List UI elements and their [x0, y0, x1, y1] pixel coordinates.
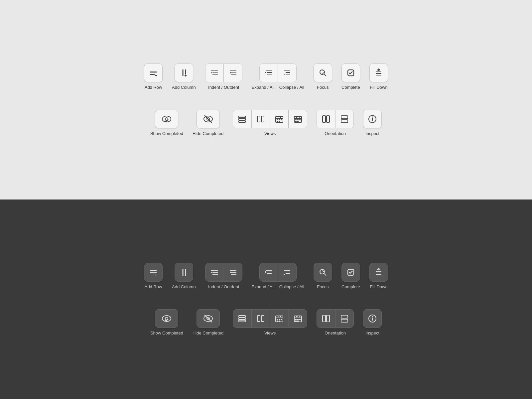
dark-focus-group: Focus [314, 263, 332, 289]
add-column-label: Add Column [172, 85, 196, 90]
add-column-button[interactable] [175, 64, 193, 82]
add-column-icon-btn[interactable] [175, 64, 193, 82]
views-button[interactable]: Y M [233, 110, 307, 128]
svg-rect-128 [279, 321, 280, 322]
svg-rect-142 [341, 319, 348, 322]
dark-indent-outdent-button[interactable] [205, 263, 242, 282]
indent-outdent-button[interactable] [205, 64, 242, 82]
indent-icon-btn[interactable] [205, 64, 224, 82]
dark-inspect-icon-btn[interactable] [363, 309, 382, 328]
dark-fill-down-button[interactable] [369, 263, 388, 282]
dark-focus-icon-btn[interactable] [314, 263, 332, 282]
dark-views-label: Views [264, 331, 276, 335]
svg-rect-41 [239, 116, 245, 118]
show-completed-icon-btn[interactable] [155, 110, 178, 128]
dark-add-column-icon-btn[interactable] [175, 263, 193, 282]
svg-rect-61 [295, 119, 297, 120]
expand-collapse-button[interactable] [259, 64, 297, 82]
svg-rect-43 [239, 121, 245, 122]
fill-down-icon-btn[interactable] [369, 64, 388, 82]
add-row-label: Add Row [145, 85, 162, 90]
hide-completed-icon-btn[interactable] [197, 110, 220, 128]
svg-rect-66 [323, 116, 326, 122]
svg-rect-140 [327, 315, 330, 322]
dark-year-calendar-icon-btn[interactable]: Y [270, 309, 289, 328]
dark-outdent-icon-btn[interactable] [224, 263, 242, 282]
dark-month-calendar-icon-btn[interactable]: M [289, 309, 307, 328]
fill-down-button[interactable] [369, 64, 388, 82]
svg-text:M: M [296, 315, 298, 317]
dark-complete-icon-btn[interactable] [341, 263, 360, 282]
dark-expand-all-icon-btn[interactable] [259, 263, 278, 282]
dark-add-column-button[interactable] [175, 263, 193, 282]
inspect-icon-btn[interactable] [363, 110, 382, 128]
dark-expand-collapse-group: Expand / All Collapse / All [252, 263, 304, 289]
dark-inspect-button[interactable] [363, 309, 382, 328]
dark-add-row-button[interactable] [144, 263, 163, 282]
dark-hide-completed-group: Hide Completed [193, 309, 223, 335]
svg-line-99 [324, 273, 326, 276]
svg-text:Y: Y [278, 116, 279, 118]
svg-rect-65 [297, 121, 299, 122]
dark-card-view-icon-btn[interactable] [251, 309, 270, 328]
complete-icon-btn[interactable] [341, 64, 360, 82]
dark-orientation-vertical-icon-btn[interactable] [317, 309, 335, 328]
list-view-icon-btn[interactable] [233, 110, 251, 128]
dark-indent-outdent-label: Indent / Outdent [208, 284, 239, 289]
expand-all-icon-btn[interactable] [259, 64, 278, 82]
dark-orientation-button[interactable] [317, 309, 354, 328]
orientation-button[interactable] [317, 110, 354, 128]
dark-show-completed-group: Show Completed [150, 309, 183, 335]
dark-collapse-all-icon-btn[interactable] [278, 263, 297, 282]
dark-views-button[interactable]: Y M [233, 309, 307, 328]
dark-hide-completed-label: Hide Completed [193, 331, 223, 335]
dark-fill-down-icon-btn[interactable] [369, 263, 388, 282]
svg-rect-69 [341, 120, 348, 123]
dark-inspect-label: Inspect [365, 331, 379, 335]
dark-focus-button[interactable] [314, 263, 332, 282]
orientation-horizontal-icon-btn[interactable] [335, 110, 354, 128]
year-calendar-icon-btn[interactable]: Y [270, 110, 289, 128]
light-row-1: Add Row Add Column [144, 64, 388, 90]
svg-rect-127 [277, 321, 278, 322]
svg-rect-51 [277, 119, 278, 120]
orientation-label: Orientation [325, 131, 346, 136]
focus-icon-btn[interactable] [314, 64, 332, 82]
svg-rect-125 [279, 319, 280, 320]
svg-rect-124 [277, 319, 278, 320]
svg-rect-116 [239, 320, 245, 322]
dark-add-row-icon-btn[interactable] [144, 263, 163, 282]
dark-complete-button[interactable] [341, 263, 360, 282]
card-view-icon-btn[interactable] [251, 110, 270, 128]
dark-show-completed-icon-btn[interactable] [155, 309, 178, 328]
inspect-button[interactable] [363, 110, 382, 128]
dark-row-1: Add Row Add Column [144, 263, 388, 289]
svg-rect-137 [295, 321, 297, 322]
dark-hide-completed-button[interactable] [197, 309, 220, 328]
focus-button[interactable] [314, 64, 332, 82]
dark-expand-collapse-label: Expand / All Collapse / All [252, 284, 304, 289]
collapse-all-icon-btn[interactable] [278, 64, 297, 82]
orientation-vertical-icon-btn[interactable] [317, 110, 335, 128]
svg-rect-134 [295, 319, 297, 320]
orientation-group: Orientation [317, 110, 354, 136]
add-row-icon-btn[interactable] [144, 64, 163, 82]
svg-rect-44 [257, 116, 260, 122]
hide-completed-button[interactable] [197, 110, 220, 128]
indent-outdent-label: Indent / Outdent [208, 85, 239, 90]
dark-list-view-icon-btn[interactable] [233, 309, 251, 328]
dark-indent-icon-btn[interactable] [205, 263, 224, 282]
dark-views-group: Y M [233, 309, 307, 335]
add-row-button[interactable] [144, 64, 163, 82]
dark-show-completed-button[interactable] [155, 309, 178, 328]
dark-orientation-horizontal-icon-btn[interactable] [335, 309, 354, 328]
show-completed-button[interactable] [155, 110, 178, 128]
svg-rect-135 [297, 319, 299, 320]
outdent-icon-btn[interactable] [224, 64, 242, 82]
show-completed-label: Show Completed [150, 131, 183, 136]
svg-rect-55 [279, 121, 280, 122]
dark-expand-collapse-button[interactable] [259, 263, 297, 282]
complete-button[interactable] [341, 64, 360, 82]
dark-hide-completed-icon-btn[interactable] [197, 309, 220, 328]
month-calendar-icon-btn[interactable]: M [289, 110, 307, 128]
